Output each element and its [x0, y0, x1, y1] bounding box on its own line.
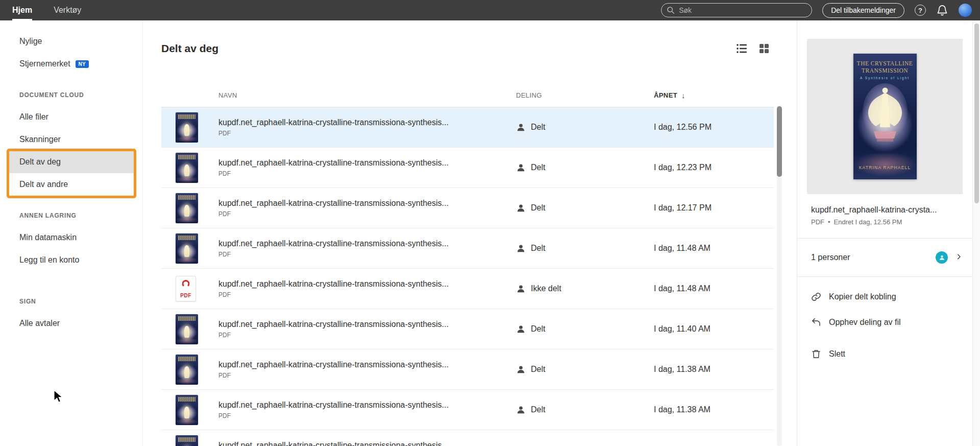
details-panel: THE CRYSTALLINE TRANSMISSION A Synthesis…: [797, 20, 972, 446]
sidebar-item-label: Stjernemerket: [19, 59, 70, 68]
column-header-deling[interactable]: DELING: [516, 91, 654, 99]
file-info: kupdf.net_raphaell-katrina-crysta... PDF…: [797, 194, 972, 226]
sidebar-item-alle-filer[interactable]: Alle filer: [9, 106, 136, 128]
file-type-label: PDF: [218, 291, 516, 298]
file-thumbnail: [176, 233, 198, 264]
cover-title-line2: TRANSMISSION: [853, 67, 917, 74]
table-row[interactable]: PDF kupdf.net_raphaell-katrina-crystalli…: [161, 269, 774, 309]
topbar-right: Del tilbakemeldinger ?: [661, 3, 980, 18]
column-header-apnet[interactable]: ÅPNET ↓: [654, 91, 774, 100]
opened-time: I dag, 11.38 AM: [654, 405, 774, 414]
person-icon: [516, 203, 526, 213]
details-meta: PDF • Endret I dag, 12.56 PM: [811, 218, 959, 226]
action-label: Opphev deling av fil: [829, 318, 901, 327]
sidebar-item-stjernemerket[interactable]: Stjernemerket NY: [9, 53, 136, 75]
file-icon-cell: PDF: [176, 193, 218, 223]
table-row[interactable]: PDF kupdf.net_raphaell-katrina-crystalli…: [161, 107, 774, 148]
feedback-button[interactable]: Del tilbakemeldinger: [822, 3, 904, 18]
shared-people-row[interactable]: 1 personer: [797, 239, 972, 276]
file-name-cell: kupdf.net_raphaell-katrina-crystalline-t…: [218, 360, 516, 379]
opened-time: I dag, 11.40 AM: [654, 324, 774, 334]
cover-title-line1: THE CRYSTALLINE: [853, 60, 917, 67]
trash-icon: [811, 349, 821, 359]
file-name: kupdf.net_raphaell-katrina-crystalline-t…: [218, 401, 516, 410]
page-title: Delt av deg: [161, 42, 218, 55]
file-type-label: PDF: [218, 130, 516, 137]
file-icon-cell: PDF: [176, 112, 218, 143]
sidebar-item-delt-av-deg[interactable]: Delt av deg: [9, 151, 136, 173]
person-icon: [516, 123, 526, 132]
meta-bullet: •: [828, 218, 830, 226]
share-status: Delt: [531, 365, 545, 374]
file-thumbnail: [176, 112, 198, 143]
share-status-cell: Delt: [516, 405, 654, 415]
file-name: kupdf.net_raphaell-katrina-crystalline-t…: [218, 441, 516, 446]
sidebar-item-label: Delt av andre: [19, 180, 68, 189]
tab-hjem[interactable]: Hjem: [12, 0, 32, 20]
file-thumbnail: [176, 435, 198, 446]
table-row[interactable]: PDF kupdf.net_raphaell-katrina-crystalli…: [161, 349, 774, 390]
file-name-cell: kupdf.net_raphaell-katrina-crystalline-t…: [218, 158, 516, 177]
opened-time: I dag, 11.48 AM: [654, 284, 774, 293]
column-header-navn[interactable]: NAVN: [218, 91, 516, 99]
section-header-sign: SIGN: [9, 291, 136, 312]
file-thumbnail: [176, 395, 198, 425]
sidebar-item-alle-avtaler[interactable]: Alle avtaler: [9, 312, 136, 335]
list-scrollbar-thumb[interactable]: [777, 106, 782, 177]
share-status: Delt: [531, 324, 545, 334]
file-icon-cell: PDF: [176, 233, 218, 264]
table-row[interactable]: PDF kupdf.net_raphaell-katrina-crystalli…: [161, 430, 774, 446]
window-scrollbar-thumb[interactable]: [974, 24, 979, 203]
column-header-apnet-label: ÅPNET: [654, 91, 677, 99]
help-icon[interactable]: ?: [915, 5, 926, 16]
pdf-icon-label: PDF: [180, 293, 191, 298]
file-icon-cell: PDF: [176, 355, 218, 385]
main-nav: Hjem Verktøy: [12, 0, 103, 20]
list-scrollbar[interactable]: [777, 105, 782, 446]
sidebar-item-label: Delt av deg: [19, 157, 61, 167]
delete-action[interactable]: Slett: [797, 341, 972, 367]
people-count-label: 1 personer: [811, 253, 850, 262]
file-name-cell: kupdf.net_raphaell-katrina-crystalline-t…: [218, 239, 516, 258]
actions-list: Kopier delt kobling Opphev deling av fil…: [797, 277, 972, 367]
table-row[interactable]: PDF kupdf.net_raphaell-katrina-crystalli…: [161, 309, 774, 349]
table-row[interactable]: PDF kupdf.net_raphaell-katrina-crystalli…: [161, 390, 774, 430]
file-name: kupdf.net_raphaell-katrina-crystalline-t…: [218, 320, 516, 329]
unshare-file-action[interactable]: Opphev deling av fil: [797, 310, 972, 335]
sidebar-item-delt-av-andre[interactable]: Delt av andre: [9, 173, 136, 196]
details-filetype: PDF: [811, 218, 824, 226]
help-glyph: ?: [918, 7, 922, 14]
search-input[interactable]: [661, 3, 812, 17]
tab-hjem-label: Hjem: [12, 6, 32, 15]
share-status-cell: Ikke delt: [516, 284, 654, 294]
pdf-logo-swirl: [182, 280, 190, 288]
table-row[interactable]: PDF kupdf.net_raphaell-katrina-crystalli…: [161, 228, 774, 269]
sidebar-item-nylige[interactable]: Nylige: [9, 30, 136, 53]
tab-verktoy[interactable]: Verktøy: [54, 0, 81, 20]
opened-time: I dag, 12.17 PM: [654, 203, 774, 213]
search-box[interactable]: [661, 3, 812, 17]
window-scrollbar[interactable]: [972, 20, 980, 446]
file-name-cell: kupdf.net_raphaell-katrina-crystalline-t…: [218, 441, 516, 446]
sidebar-item-min-datamaskin[interactable]: Min datamaskin: [9, 226, 136, 249]
grid-view-button[interactable]: [756, 41, 772, 56]
file-icon-cell: PDF: [176, 153, 218, 183]
sidebar-item-legg-til-en-konto[interactable]: Legg til en konto: [9, 249, 136, 271]
person-icon: [516, 365, 526, 374]
shared-person-avatar: [936, 251, 948, 264]
file-preview-box: THE CRYSTALLINE TRANSMISSION A Synthesis…: [807, 39, 963, 194]
table-row[interactable]: PDF kupdf.net_raphaell-katrina-crystalli…: [161, 188, 774, 228]
sidebar-item-skanninger[interactable]: Skanninger: [9, 128, 136, 151]
opened-time: I dag, 11.38 AM: [654, 365, 774, 374]
user-avatar[interactable]: [959, 4, 972, 17]
list-view-button[interactable]: [734, 41, 749, 56]
section-header-annen-lagring: ANNEN LAGRING: [9, 205, 136, 226]
notifications-bell-icon[interactable]: [936, 4, 948, 16]
sidebar: Nylige Stjernemerket NY DOCUMENT CLOUD A…: [0, 20, 143, 446]
copy-shared-link-action[interactable]: Kopier delt kobling: [797, 284, 972, 310]
expand-people-button[interactable]: [954, 253, 963, 262]
sidebar-item-label: Legg til en konto: [19, 255, 79, 265]
table-row[interactable]: PDF kupdf.net_raphaell-katrina-crystalli…: [161, 148, 774, 188]
file-type-label: PDF: [218, 372, 516, 379]
file-icon-cell: PDF: [176, 314, 218, 344]
